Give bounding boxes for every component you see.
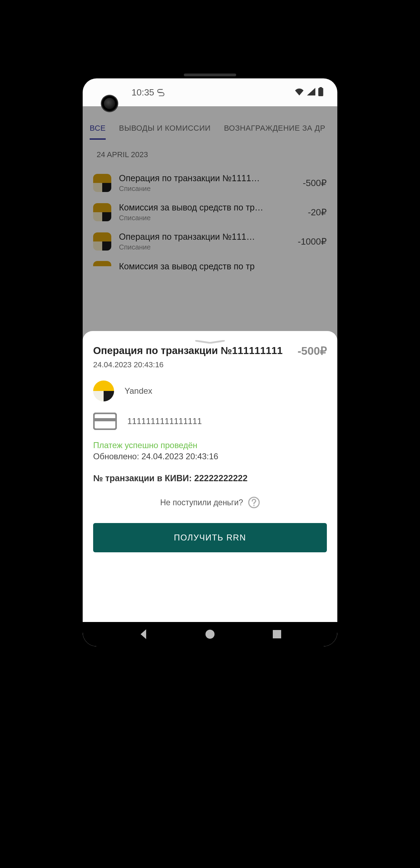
svg-point-6 — [205, 630, 215, 639]
help-row[interactable]: Не поступили деньги? — [93, 497, 327, 508]
sheet-title: Операция по транзакции №111111111 — [93, 344, 291, 357]
get-rrn-button[interactable]: ПОЛУЧИТЬ RRN — [93, 523, 327, 552]
qiwi-transaction-line: № транзакции в КИВИ: 22222222222 — [93, 473, 327, 483]
svg-rect-7 — [273, 630, 281, 638]
payment-status-success: Платеж успешно проведён — [93, 440, 327, 450]
help-icon[interactable] — [248, 497, 260, 508]
payment-status-updated: Обновлено: 24.04.2023 20:43:16 — [93, 452, 327, 461]
help-text: Не поступили деньги? — [160, 498, 243, 507]
recents-button[interactable] — [271, 628, 283, 640]
battery-icon — [318, 87, 323, 98]
svg-rect-3 — [94, 418, 116, 421]
home-button[interactable] — [204, 628, 216, 640]
signal-icon — [307, 88, 315, 97]
qiwi-value: 22222222222 — [194, 473, 248, 483]
android-nav-bar — [83, 622, 337, 646]
svg-rect-1 — [320, 87, 322, 89]
wifi-icon — [294, 88, 304, 97]
back-button[interactable] — [137, 628, 150, 640]
phone-speaker — [184, 74, 236, 76]
screen: 10:35 ВСЕ ВЫВОДЫ И КОМИССИИ ВОЗНАГРАЖДЕН… — [83, 78, 337, 646]
card-number: 1111111111111111 — [127, 416, 202, 426]
status-time: 10:35 — [132, 87, 154, 98]
transaction-detail-sheet: Операция по транзакции №111111111 -500₽ … — [83, 331, 337, 622]
merchant-logo-icon — [93, 381, 114, 401]
merchant-name: Yandex — [125, 386, 152, 396]
card-icon — [93, 413, 117, 430]
svg-rect-0 — [318, 88, 323, 96]
phone-frame: 10:35 ВСЕ ВЫВОДЫ И КОМИССИИ ВОЗНАГРАЖДЕН… — [74, 70, 346, 655]
status-bar: 10:35 — [83, 78, 337, 106]
camera-punch-hole — [102, 96, 117, 111]
sheet-amount: -500₽ — [298, 344, 327, 358]
merchant-row: Yandex — [93, 381, 327, 401]
sheet-datetime: 24.04.2023 20:43:16 — [93, 360, 327, 369]
drag-handle-icon[interactable] — [195, 339, 225, 342]
svg-point-5 — [253, 505, 255, 507]
qiwi-label: № транзакции в КИВИ: — [93, 473, 194, 483]
card-row: 1111111111111111 — [93, 413, 327, 430]
status-icon-s — [157, 89, 165, 96]
